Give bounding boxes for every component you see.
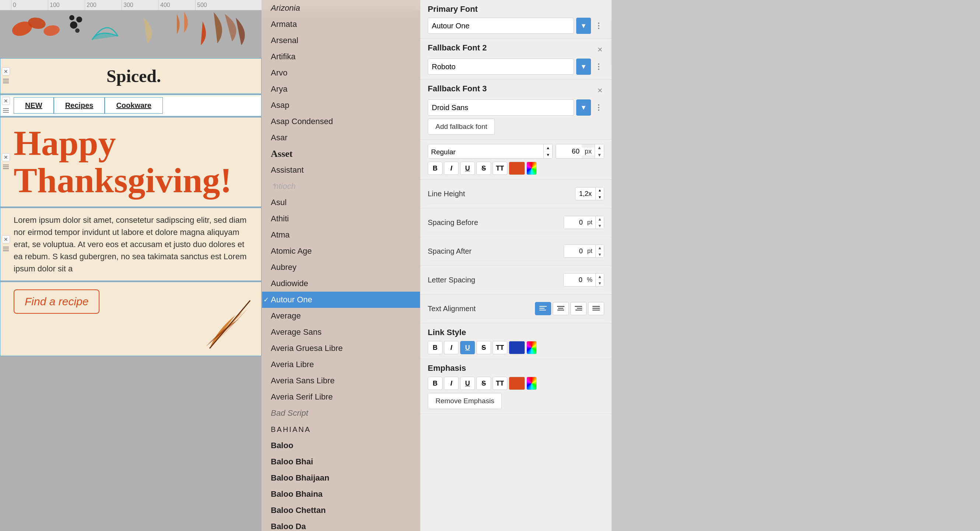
emphasis-bold-btn[interactable]: B (428, 377, 442, 390)
emphasis-color-picker-btn[interactable] (527, 377, 537, 390)
font-item-baloo-da[interactable]: Baloo Da (262, 518, 420, 531)
font-item-averia-sans[interactable]: Averia Sans Libre (262, 373, 420, 389)
font-item-arsenal[interactable]: Arsenal (262, 32, 420, 49)
underline-btn[interactable]: U (460, 162, 475, 175)
spacing-after-up-btn[interactable]: ▲ (596, 245, 604, 251)
font-item-baloo-bhaijaan[interactable]: Baloo Bhaijaan (262, 470, 420, 486)
style-up-btn[interactable]: ▲ (544, 144, 552, 151)
font-item-aubrey[interactable]: Aubrey (262, 259, 420, 275)
font-item-baloo[interactable]: Baloo (262, 437, 420, 454)
primary-font-dropdown-btn[interactable]: ▼ (576, 17, 591, 34)
emphasis-color-swatch[interactable] (509, 377, 525, 390)
size-up-btn[interactable]: ▲ (595, 144, 604, 151)
cta-button[interactable]: Find a recipe (14, 289, 99, 314)
bold-btn[interactable]: B (428, 162, 442, 175)
italic-btn[interactable]: I (444, 162, 459, 175)
align-justify-btn[interactable] (588, 302, 604, 315)
font-item-averia-gruesa[interactable]: Averia Gruesa Libre (262, 340, 420, 356)
fallback3-dropdown-btn[interactable]: ▼ (576, 99, 591, 116)
size-input[interactable] (556, 144, 582, 159)
font-item-asar[interactable]: Asar (262, 130, 420, 146)
add-fallback-btn[interactable]: Add fallback font (428, 119, 495, 135)
color-picker-btn[interactable] (527, 162, 537, 175)
header-menu-btn[interactable] (2, 77, 10, 85)
font-item-arizonia[interactable]: Arizonia (262, 0, 420, 16)
font-item-baloo-bhaina[interactable]: Baloo Bhaina (262, 486, 420, 502)
nav-close-btn[interactable]: ✕ (2, 97, 10, 105)
font-item-asap-condensed[interactable]: Asap Condensed (262, 113, 420, 130)
nav-item-recipes[interactable]: Recipes (54, 97, 105, 114)
fallback3-options-btn[interactable] (593, 99, 604, 116)
spacing-before-up-btn[interactable]: ▲ (596, 216, 604, 223)
emphasis-underline-btn[interactable]: U (460, 377, 475, 390)
link-underline-btn[interactable]: U (460, 341, 475, 354)
remove-emphasis-btn[interactable]: Remove Emphasis (428, 393, 502, 409)
line-height-down-btn[interactable]: ▼ (596, 194, 604, 201)
spacing-after-input[interactable] (564, 245, 584, 258)
align-right-btn[interactable] (570, 302, 587, 315)
strikethrough-btn[interactable]: S (476, 162, 491, 175)
fallback2-dropdown-btn[interactable]: ▼ (576, 59, 591, 75)
font-item-asap[interactable]: Asap (262, 97, 420, 113)
nav-menu-btn[interactable] (2, 107, 10, 114)
text-menu-btn[interactable] (2, 245, 10, 253)
text-close-btn[interactable]: ✕ (2, 235, 10, 243)
link-tt-btn[interactable]: TT (493, 341, 508, 354)
tt-btn[interactable]: TT (493, 162, 508, 175)
font-item-bad-script[interactable]: Bad Script (262, 405, 420, 421)
primary-font-select[interactable]: Autour One (428, 17, 574, 34)
hero-close-btn[interactable]: ✕ (2, 153, 10, 161)
font-item-bahiana[interactable]: BAHIANA (262, 421, 420, 437)
fallback3-select[interactable]: Droid Sans (428, 99, 574, 116)
font-item-athiti[interactable]: Athiti (262, 211, 420, 227)
fallback2-select[interactable]: Roboto (428, 59, 574, 75)
emphasis-tt-btn[interactable]: TT (493, 377, 508, 390)
font-item-assistant[interactable]: Assistant (262, 162, 420, 178)
font-item-artifika[interactable]: Artifika (262, 49, 420, 65)
link-color-picker-btn[interactable] (527, 341, 537, 354)
font-item-audiowide[interactable]: Audiowide (262, 275, 420, 292)
primary-font-options-btn[interactable] (593, 17, 604, 34)
fallback2-close-btn[interactable]: ✕ (595, 45, 604, 54)
text-color-swatch[interactable] (509, 162, 525, 175)
font-item-antioch[interactable]: 𝀀ntioch (262, 178, 420, 194)
font-item-baloo-bhai[interactable]: Baloo Bhai (262, 454, 420, 470)
font-item-average[interactable]: Average (262, 308, 420, 324)
nav-item-cookware[interactable]: Cookware (105, 97, 163, 114)
link-color-swatch[interactable] (509, 341, 525, 354)
style-down-btn[interactable]: ▼ (544, 151, 552, 159)
size-down-btn[interactable]: ▼ (595, 151, 604, 159)
font-style-select[interactable]: Regular (428, 144, 543, 159)
line-height-up-btn[interactable]: ▲ (596, 187, 604, 194)
spacing-before-down-btn[interactable]: ▼ (596, 223, 604, 229)
letter-spacing-up-btn[interactable]: ▲ (596, 273, 604, 280)
link-strike-btn[interactable]: S (476, 341, 491, 354)
font-item-armata[interactable]: Armata (262, 16, 420, 32)
font-list-panel[interactable]: Arizonia Armata Arsenal Artifika Arvo Ar… (262, 0, 420, 531)
font-item-asul[interactable]: Asul (262, 194, 420, 211)
letter-spacing-input[interactable] (564, 273, 584, 286)
font-item-asset[interactable]: Asset (262, 146, 420, 162)
font-item-average-sans[interactable]: Average Sans (262, 324, 420, 340)
letter-spacing-down-btn[interactable]: ▼ (596, 280, 604, 286)
font-item-averia-serif[interactable]: Averia Serif Libre (262, 389, 420, 405)
font-item-atomic-age[interactable]: Atomic Age (262, 243, 420, 259)
spacing-after-down-btn[interactable]: ▼ (596, 251, 604, 258)
font-item-autour-one[interactable]: Autour One (262, 292, 420, 308)
fallback3-close-btn[interactable]: ✕ (595, 86, 604, 95)
font-item-arvo[interactable]: Arvo (262, 65, 420, 81)
font-item-averia-libre[interactable]: Averia Libre (262, 356, 420, 373)
font-item-atma[interactable]: Atma (262, 227, 420, 243)
align-left-btn[interactable] (535, 302, 551, 315)
fallback2-options-btn[interactable] (593, 59, 604, 75)
font-item-arya[interactable]: Arya (262, 81, 420, 97)
font-item-baloo-chettan[interactable]: Baloo Chettan (262, 502, 420, 518)
nav-item-new[interactable]: NEW (14, 97, 54, 114)
link-italic-btn[interactable]: I (444, 341, 459, 354)
link-bold-btn[interactable]: B (428, 341, 442, 354)
align-center-btn[interactable] (553, 302, 569, 315)
emphasis-italic-btn[interactable]: I (444, 377, 459, 390)
spacing-before-input[interactable] (564, 216, 584, 229)
header-close-btn[interactable]: ✕ (2, 67, 10, 75)
hero-menu-btn[interactable] (2, 163, 10, 171)
